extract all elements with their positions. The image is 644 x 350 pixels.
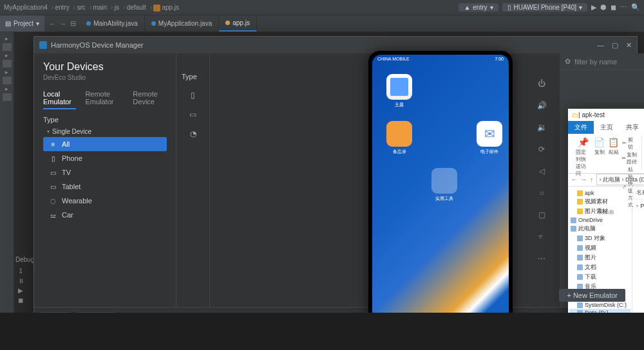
debug-icon[interactable]: ⬢ [600, 3, 607, 12]
tree-node[interactable]: 下载 [569, 272, 630, 282]
nav-up-icon[interactable]: ↑ [590, 176, 594, 183]
device-row-tv-icon[interactable]: ▭ [176, 110, 209, 119]
dm-tab[interactable]: Remote Device [133, 90, 167, 109]
settings-icon[interactable]: ✿ [565, 57, 571, 66]
ribbon-tab-home[interactable]: 主页 [594, 121, 620, 134]
paste-button[interactable]: 📋粘贴 [608, 136, 620, 156]
window-titlebar[interactable]: HarmonyOS Device Manager — ▢ ✕ [34, 37, 637, 53]
subtitle: DevEco Studio [43, 74, 167, 81]
rotate-icon[interactable]: ⟳ [538, 145, 545, 154]
device-row-watch-icon[interactable]: ◔ [176, 129, 209, 138]
tree-node[interactable]: 此电脑 [569, 224, 630, 234]
ribbon-tab-share[interactable]: 共享 [620, 121, 644, 134]
wifi-icon[interactable]: ᯤ [538, 232, 545, 241]
address-bar[interactable]: › 此电脑 › Data (D:) › soft › apk-test › [596, 174, 645, 185]
app-icon[interactable]: 实用工具 [426, 168, 462, 202]
device-type-item[interactable]: ▯Phone [43, 151, 167, 165]
device-type-item[interactable]: ◌Wearable [43, 194, 167, 208]
stop-icon[interactable]: ◼ [18, 297, 24, 304]
emulator-preview: CHINA MOBILE 7:00 主题备忘录电子邮件实用工具 ✦ [368, 51, 513, 350]
new-emulator-button[interactable]: + New Emulator [559, 289, 625, 302]
tree-node[interactable]: 图片 [569, 253, 630, 262]
category-single-device[interactable]: Single Device [43, 126, 167, 137]
app-icon[interactable]: 备忘录 [381, 121, 417, 155]
window-title: HarmonyOS Device Manager [51, 41, 144, 49]
device-type-item[interactable]: ▭Tablet [43, 180, 167, 194]
tree-node[interactable]: apk [569, 189, 630, 197]
type-heading: Type [43, 116, 167, 124]
nav-tree: apk视频素材图片素材OneDrive此电脑3D 对象视频图片文档下载音乐桌面S… [568, 187, 632, 329]
resume-icon[interactable]: ▶ [18, 287, 24, 294]
breadcrumb-seg[interactable]: default [127, 4, 146, 11]
col-type: Type [176, 73, 209, 80]
your-devices-heading: Your Devices [43, 61, 167, 73]
folder-icon: 🗀 [572, 111, 578, 118]
ide-bottom-panel [0, 313, 644, 350]
breadcrumb-seg[interactable]: entry [55, 4, 69, 11]
tree-node[interactable]: 文档 [569, 262, 630, 272]
tree-node[interactable]: OneDrive [569, 216, 630, 224]
minimize-icon[interactable]: — [597, 41, 604, 50]
vol-up-icon[interactable]: 🔊 [537, 101, 547, 110]
filter-bar: ✿ filter by name [560, 53, 644, 70]
power-icon[interactable]: ⏻ [538, 79, 545, 88]
file-row[interactable]: ▫PureHarmony.hap2021/8/19 17:38HAP 文件370… [632, 199, 644, 212]
breadcrumb-seg[interactable]: app.js [162, 4, 179, 11]
project-panel-toggle[interactable]: ▤ Project ▾ [0, 15, 44, 32]
breadcrumb: MyApplication4›entry›src›main›js›default… [4, 3, 182, 12]
copy-button[interactable]: 📄复制 [594, 136, 605, 156]
close-icon[interactable]: ✕ [626, 41, 632, 50]
breadcrumb-seg[interactable]: js [115, 4, 119, 11]
app-icon[interactable]: 主题 [381, 74, 417, 108]
more-icon[interactable]: ⋯ [538, 254, 545, 263]
editor-tab[interactable]: app.js [219, 15, 257, 32]
dm-tab[interactable]: Local Emulator [43, 90, 76, 109]
nav-fwd-icon[interactable]: → [580, 176, 587, 183]
tree-node[interactable]: 3D 对象 [569, 234, 630, 243]
column-header[interactable]: 名称 [636, 189, 644, 197]
device-select[interactable]: ▯ HUAWEI Phone [P40] ▾ [502, 3, 587, 12]
explorer-title: | apk-test [578, 111, 605, 118]
emulator-side-controls: ⏻ 🔊 🔉 ⟳ ◁ ○ ▢ ᯤ ⋯ [526, 53, 558, 307]
device-type-item[interactable]: ⚍Car [43, 208, 167, 222]
search-icon[interactable]: 🔍 [631, 3, 640, 12]
device-row-phone-icon[interactable]: ▯ [176, 91, 209, 100]
tree-node[interactable]: 视频素材 [569, 197, 630, 207]
tree-node[interactable]: 图片素材 [569, 207, 630, 216]
tree-node[interactable]: SystemDisk (C:) [569, 301, 630, 309]
vol-down-icon[interactable]: 🔉 [537, 123, 547, 132]
clock: 7:00 [495, 57, 504, 61]
device-type-item[interactable]: ▭TV [43, 165, 167, 180]
explorer-titlebar[interactable]: 🗀 | apk-test —▢✕ [568, 109, 644, 121]
breadcrumb-seg[interactable]: src [77, 4, 85, 11]
breadcrumb-seg[interactable]: main [93, 4, 107, 11]
back-icon[interactable]: ← [48, 20, 55, 28]
fwd-icon[interactable]: → [59, 20, 66, 28]
tree-node[interactable]: 视频 [569, 243, 630, 253]
device-type-item[interactable]: ≡All [43, 137, 167, 151]
pause-icon[interactable]: ⏸ [18, 277, 24, 284]
filter-input[interactable]: filter by name [574, 58, 617, 66]
cut-button[interactable]: ✂ 剪切 [622, 136, 638, 151]
stop-icon[interactable]: ◼ [611, 3, 616, 12]
project-tree-gutter: ▸ ▸ ▸ ▸ [0, 32, 14, 350]
app-icon[interactable]: 电子邮件 [471, 121, 507, 155]
editor-tab[interactable]: MainAbility.java [80, 15, 145, 32]
file-explorer-window: 🗀 | apk-test —▢✕ 文件 主页 共享 查看 [568, 109, 644, 340]
pin-button[interactable]: 📌固定到快速访问 [576, 136, 591, 177]
maximize-icon[interactable]: ▢ [612, 41, 618, 50]
run-icon[interactable]: ▶ [591, 3, 596, 12]
step-icon[interactable]: ↧ [18, 268, 24, 275]
nav-back-icon[interactable]: ← [571, 176, 578, 183]
breadcrumb-seg[interactable]: MyApplication4 [4, 4, 48, 11]
debug-controls: ↧ ⏸ ▶ ◼ [18, 265, 24, 306]
dm-tab[interactable]: Remote Emulator [85, 90, 124, 109]
ribbon-tab-file[interactable]: 文件 [568, 121, 594, 134]
back-icon[interactable]: ◁ [539, 167, 545, 176]
run-config[interactable]: ▲ entry ▾ [459, 3, 498, 12]
copy-path-button[interactable]: ∞ 复制路径 [622, 151, 638, 165]
editor-tab[interactable]: MyApplication.java [145, 15, 219, 32]
more-icon[interactable]: ⋯ [620, 3, 627, 12]
home-icon[interactable]: ○ [539, 189, 544, 198]
recent-icon[interactable]: ▢ [538, 210, 545, 219]
